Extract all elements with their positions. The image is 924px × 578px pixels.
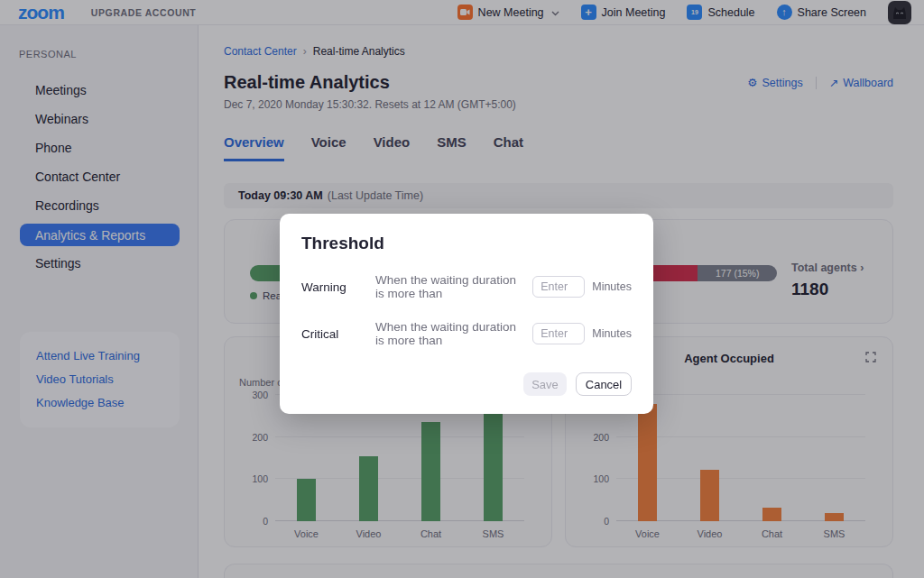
critical-minutes-input[interactable] [532,323,585,344]
threshold-modal: Threshold Warning When the waiting durat… [280,214,653,414]
cancel-button[interactable]: Cancel [576,372,632,396]
modal-title: Threshold [280,214,653,253]
save-button[interactable]: Save [523,372,567,396]
warning-unit-label: Minutes [592,280,632,293]
warning-minutes-input[interactable] [532,276,585,298]
warning-description: When the waiting duration is more than [375,273,523,300]
warning-label: Warning [301,280,375,294]
critical-unit-label: Minutes [592,327,632,340]
critical-label: Critical [301,327,375,341]
critical-description: When the waiting duration is more than [375,320,523,347]
